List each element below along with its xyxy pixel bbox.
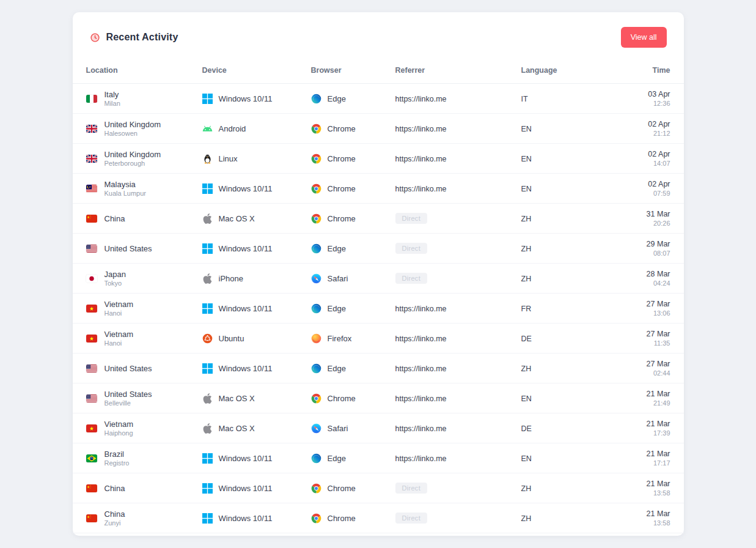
table-header-row: LocationDeviceBrowserReferrerLanguageTim… [73, 59, 684, 84]
location-text: United Kingdom Halesowen [105, 120, 161, 137]
time-cell: 21 Mar 17:39 [595, 420, 670, 437]
browser-label: Edge [328, 364, 346, 373]
date-label: 21 Mar [647, 480, 670, 488]
direct-badge: Direct [395, 243, 428, 254]
browser-label: Chrome [328, 124, 356, 133]
referrer-cell: https://linko.me [395, 394, 521, 403]
device-cell: Windows 10/11 [202, 483, 311, 494]
language-cell: DE [521, 334, 595, 343]
malaysia-flag-icon [86, 185, 97, 193]
language-cell: ZH [521, 514, 595, 523]
device-cell: Windows 10/11 [202, 453, 311, 464]
device-label: Windows 10/11 [219, 94, 273, 103]
uk-flag-icon [86, 155, 97, 163]
location-text: Vietnam Haiphong [105, 420, 133, 437]
browser-label: Safari [328, 424, 348, 433]
country-label: China [105, 484, 125, 493]
city-label: Milan [105, 100, 120, 107]
view-all-button[interactable]: View all [621, 27, 667, 48]
table-row: Vietnam Hanoi Ubuntu Firefox https://lin… [73, 324, 684, 354]
card-title-group: Recent Activity [90, 32, 178, 43]
language-label: ZH [521, 245, 532, 253]
apple-icon [202, 423, 213, 434]
edge-icon [311, 303, 321, 314]
language-cell: EN [521, 184, 595, 193]
location-cell: Italy Milan [86, 90, 202, 107]
windows-icon [202, 483, 213, 494]
language-label: ZH [521, 275, 532, 283]
time-label: 17:39 [653, 429, 670, 437]
time-cell: 02 Apr 14:07 [595, 150, 670, 167]
device-label: Windows 10/11 [219, 364, 273, 373]
time-cell: 02 Apr 07:59 [595, 180, 670, 197]
referrer-cell: Direct [395, 243, 521, 254]
table-row: United States Belleville Mac OS X Chrome… [73, 383, 684, 413]
country-label: China [105, 214, 125, 223]
chrome-icon [311, 154, 321, 164]
vietnam-flag-icon [86, 335, 97, 342]
language-label: ZH [521, 365, 532, 373]
location-text: Brazil Registro [105, 450, 130, 467]
browser-cell: Chrome [311, 124, 395, 134]
browser-label: Chrome [328, 184, 356, 193]
location-text: United States [105, 244, 152, 253]
time-label: 12:36 [653, 100, 670, 107]
location-text: Japan Tokyo [105, 270, 126, 287]
time-cell: 21 Mar 17:17 [595, 450, 670, 467]
device-cell: Windows 10/11 [202, 94, 311, 104]
referrer-link: https://linko.me [395, 394, 447, 403]
us-flag-icon [86, 394, 97, 402]
referrer-link: https://linko.me [395, 305, 447, 313]
time-label: 14:07 [653, 160, 670, 167]
ubuntu-icon [202, 333, 213, 344]
brazil-flag-icon [86, 454, 97, 462]
device-cell: Mac OS X [202, 393, 311, 404]
japan-flag-icon [86, 275, 97, 283]
edge-icon [311, 243, 321, 254]
direct-badge: Direct [395, 483, 428, 494]
language-label: EN [521, 394, 532, 403]
location-text: China Zunyi [105, 509, 125, 527]
location-text: China [105, 214, 125, 223]
location-cell: China [86, 214, 202, 223]
safari-icon [311, 423, 321, 434]
vietnam-flag-icon [86, 424, 97, 432]
date-label: 27 Mar [647, 360, 670, 368]
device-cell: Windows 10/11 [202, 363, 311, 374]
browser-label: Edge [328, 454, 346, 463]
location-cell: Japan Tokyo [86, 270, 202, 287]
time-label: 13:58 [653, 489, 670, 497]
language-cell: EN [521, 454, 595, 463]
browser-label: Chrome [328, 514, 356, 523]
language-label: EN [521, 454, 532, 463]
location-text: United States [105, 364, 152, 373]
language-cell: ZH [521, 274, 595, 283]
browser-label: Edge [328, 304, 346, 313]
browser-cell: Chrome [311, 154, 395, 164]
date-label: 21 Mar [647, 509, 670, 518]
date-label: 29 Mar [647, 240, 670, 248]
card-title: Recent Activity [106, 32, 178, 43]
location-text: Malaysia Kuala Lumpur [105, 180, 147, 197]
apple-icon [202, 213, 213, 224]
device-label: Windows 10/11 [219, 244, 273, 253]
referrer-cell: https://linko.me [395, 154, 521, 163]
country-label: Malaysia [105, 180, 147, 189]
browser-cell: Chrome [311, 393, 395, 404]
browser-cell: Edge [311, 94, 395, 104]
italy-flag-icon [86, 95, 97, 103]
linux-icon [202, 154, 213, 164]
table-row: Vietnam Hanoi Windows 10/11 Edge https:/… [73, 294, 684, 324]
location-cell: China Zunyi [86, 509, 202, 527]
time-cell: 31 Mar 20:26 [595, 210, 670, 227]
browser-label: Edge [328, 94, 346, 103]
table-body: Italy Milan Windows 10/11 Edge https://l… [73, 84, 684, 533]
device-label: Windows 10/11 [219, 184, 273, 193]
city-label: Belleville [105, 399, 152, 407]
referrer-link: https://linko.me [395, 335, 447, 343]
location-cell: China [86, 484, 202, 493]
device-label: Windows 10/11 [219, 454, 273, 463]
time-cell: 29 Mar 08:07 [595, 240, 670, 257]
column-header-language: Language [521, 66, 595, 75]
vietnam-flag-icon [86, 305, 97, 313]
